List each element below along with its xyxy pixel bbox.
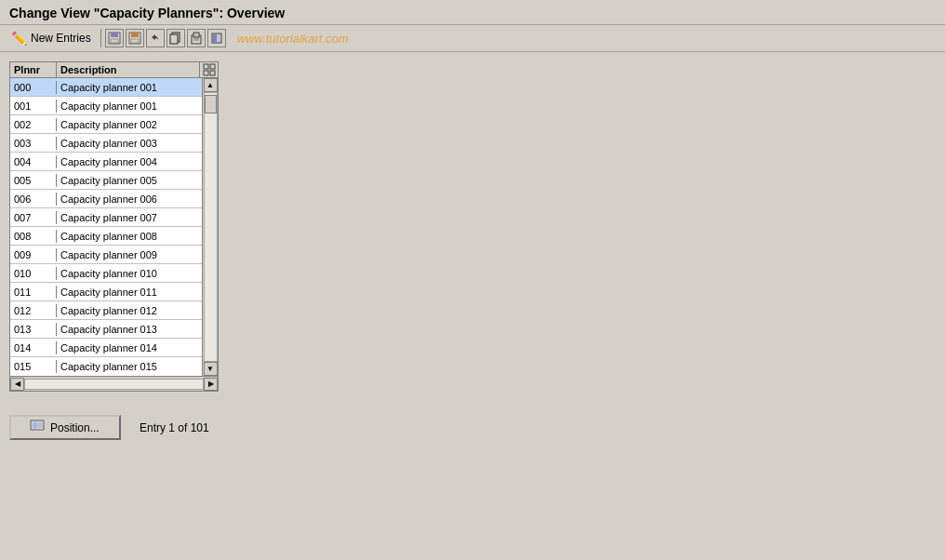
cell-description: Capacity planner 007 [57, 211, 202, 224]
table-row[interactable]: 010Capacity planner 010 [10, 264, 202, 283]
cell-plnnr: 011 [10, 286, 57, 299]
undo-icon[interactable] [146, 29, 165, 47]
cell-plnnr: 001 [10, 100, 57, 113]
svg-rect-15 [204, 64, 208, 69]
table-container: Plnnr Description 000Capacity planner 00… [9, 61, 219, 392]
position-button[interactable]: Position... [9, 415, 121, 440]
cell-description: Capacity planner 001 [57, 81, 202, 94]
table-row[interactable]: 007Capacity planner 007 [10, 208, 202, 227]
table-row[interactable]: 003Capacity planner 003 [10, 134, 202, 153]
cell-plnnr: 003 [10, 137, 57, 150]
cell-description: Capacity planner 009 [57, 248, 202, 261]
scrollbar-track[interactable] [204, 92, 218, 362]
svg-rect-16 [210, 64, 215, 69]
horizontal-scrollbar[interactable]: ◀ ▶ [10, 376, 218, 391]
title-bar: Change View "Capacity Planners": Overvie… [0, 0, 945, 25]
svg-rect-5 [131, 39, 139, 43]
table-row[interactable]: 006Capacity planner 006 [10, 190, 202, 208]
cell-description: Capacity planner 006 [57, 193, 202, 206]
table-body-wrapper: 000Capacity planner 001001Capacity plann… [10, 78, 218, 376]
cell-description: Capacity planner 015 [57, 360, 202, 373]
cell-plnnr: 005 [10, 174, 57, 187]
svg-rect-4 [131, 33, 139, 37]
h-scrollbar-track[interactable] [24, 379, 204, 390]
main-content: Plnnr Description 000Capacity planner 00… [0, 52, 945, 401]
svg-rect-7 [170, 34, 178, 44]
cell-plnnr: 004 [10, 155, 57, 168]
table-row[interactable]: 002Capacity planner 002 [10, 115, 202, 134]
cell-description: Capacity planner 014 [57, 341, 202, 354]
table-row[interactable]: 004Capacity planner 004 [10, 153, 202, 171]
new-entries-button[interactable]: ✏️ New Entries [6, 29, 97, 47]
scroll-right-button[interactable]: ▶ [204, 378, 218, 391]
watermark: www.tutorialkart.com [237, 32, 349, 46]
svg-rect-9 [193, 33, 199, 37]
cell-description: Capacity planner 010 [57, 267, 202, 280]
new-entries-label: New Entries [31, 32, 91, 45]
svg-rect-18 [210, 71, 215, 75]
cell-plnnr: 015 [10, 360, 57, 373]
table-row[interactable]: 008Capacity planner 008 [10, 227, 202, 246]
column-header-plnnr: Plnnr [10, 62, 57, 77]
table-row[interactable]: 011Capacity planner 011 [10, 283, 202, 301]
table-header: Plnnr Description [10, 62, 218, 78]
scroll-down-button[interactable]: ▼ [204, 362, 218, 376]
cell-description: Capacity planner 012 [57, 304, 202, 317]
cell-description: Capacity planner 003 [57, 137, 202, 150]
table-row[interactable]: 014Capacity planner 014 [10, 339, 202, 357]
toolbar-separator-1 [100, 29, 101, 47]
svg-rect-17 [204, 71, 208, 75]
pen-icon: ✏️ [11, 31, 27, 46]
cell-description: Capacity planner 013 [57, 323, 202, 336]
cell-plnnr: 010 [10, 267, 57, 280]
paste-icon[interactable] [187, 29, 206, 47]
table-row[interactable]: 015Capacity planner 015 [10, 357, 202, 376]
cell-description: Capacity planner 005 [57, 174, 202, 187]
cell-plnnr: 013 [10, 323, 57, 336]
scrollbar-thumb[interactable] [205, 95, 217, 113]
svg-rect-2 [111, 39, 118, 43]
page-title: Change View "Capacity Planners": Overvie… [9, 6, 936, 20]
copy-icon[interactable] [166, 29, 185, 47]
position-icon [30, 420, 45, 435]
table-row[interactable]: 012Capacity planner 012 [10, 301, 202, 320]
svg-rect-14 [217, 34, 220, 42]
cell-plnnr: 008 [10, 230, 57, 243]
entry-info: Entry 1 of 101 [140, 421, 209, 434]
column-settings-icon[interactable] [199, 62, 218, 77]
cell-plnnr: 006 [10, 193, 57, 206]
column-header-description: Description [57, 62, 199, 77]
cell-description: Capacity planner 001 [57, 100, 202, 113]
cell-plnnr: 007 [10, 211, 57, 224]
table-row[interactable]: 009Capacity planner 009 [10, 246, 202, 264]
vertical-scrollbar[interactable]: ▲ ▼ [202, 78, 218, 376]
table-body: 000Capacity planner 001001Capacity plann… [10, 78, 202, 376]
position-label: Position... [50, 421, 100, 434]
scroll-up-button[interactable]: ▲ [204, 78, 218, 92]
cell-plnnr: 012 [10, 304, 57, 317]
svg-rect-1 [111, 33, 118, 37]
cell-description: Capacity planner 004 [57, 155, 202, 168]
cell-description: Capacity planner 002 [57, 118, 202, 131]
save-local-icon[interactable] [126, 29, 144, 47]
table-row[interactable]: 001Capacity planner 001 [10, 97, 202, 115]
cell-plnnr: 000 [10, 81, 57, 94]
cell-plnnr: 009 [10, 248, 57, 261]
bottom-area: Position... Entry 1 of 101 [0, 401, 945, 454]
table-row[interactable]: 005Capacity planner 005 [10, 171, 202, 190]
cell-description: Capacity planner 008 [57, 230, 202, 243]
delete-icon[interactable] [207, 29, 226, 47]
scroll-left-button[interactable]: ◀ [10, 378, 24, 391]
cell-plnnr: 002 [10, 118, 57, 131]
cell-description: Capacity planner 011 [57, 286, 202, 299]
save-icon[interactable] [105, 29, 124, 47]
svg-rect-13 [213, 34, 217, 42]
table-row[interactable]: 000Capacity planner 001 [10, 78, 202, 97]
table-row[interactable]: 013Capacity planner 013 [10, 320, 202, 339]
toolbar: ✏️ New Entries www.tutorialkart.com [0, 25, 945, 52]
cell-plnnr: 014 [10, 341, 57, 354]
